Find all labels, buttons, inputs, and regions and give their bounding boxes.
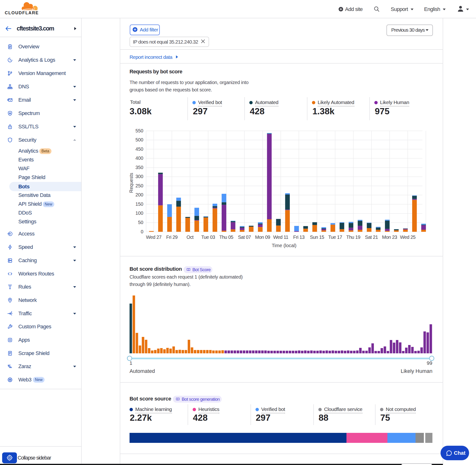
svg-text:Fri 29: Fri 29: [166, 234, 178, 240]
svg-text:150: 150: [136, 201, 143, 207]
svg-text:Sat 21: Sat 21: [365, 234, 378, 240]
svg-text:Mon 23: Mon 23: [382, 234, 397, 240]
svg-text:Time (local): Time (local): [272, 243, 296, 248]
svg-text:100: 100: [136, 211, 143, 216]
svg-text:550: 550: [136, 128, 143, 133]
svg-text:Mon 09: Mon 09: [255, 234, 270, 240]
svg-text:250: 250: [136, 183, 143, 188]
svg-text:200: 200: [136, 192, 143, 197]
svg-text:50: 50: [138, 220, 143, 225]
svg-text:Tue 17: Tue 17: [328, 234, 342, 240]
svg-text:Fri 13: Fri 13: [293, 234, 305, 240]
svg-text:Requests: Requests: [128, 173, 134, 193]
svg-text:Wed 25: Wed 25: [400, 234, 415, 240]
svg-text:350: 350: [136, 165, 143, 170]
svg-text:Wed 11: Wed 11: [273, 234, 288, 240]
svg-text:Sat 07: Sat 07: [238, 234, 251, 240]
svg-text:450: 450: [136, 147, 143, 152]
svg-text:Wed 27: Wed 27: [146, 234, 161, 240]
svg-text:400: 400: [136, 156, 143, 161]
svg-text:Tue 03: Tue 03: [201, 234, 215, 240]
svg-text:Sun 15: Sun 15: [310, 234, 324, 240]
svg-text:Thu 19: Thu 19: [346, 234, 360, 240]
svg-text:500: 500: [136, 137, 143, 142]
svg-text:Oct: Oct: [186, 234, 194, 240]
svg-text:Thu 05: Thu 05: [219, 234, 233, 240]
svg-text:300: 300: [136, 174, 143, 179]
svg-text:0: 0: [141, 229, 143, 234]
